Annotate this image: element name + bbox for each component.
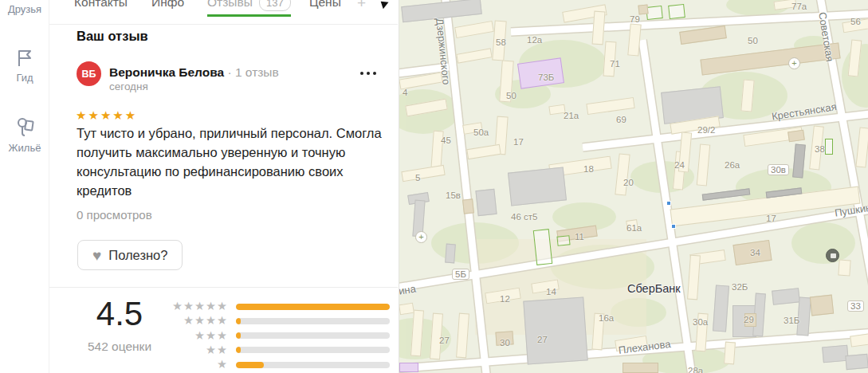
house-number: 16а [599,313,614,323]
histogram-row: ★★★★★ [161,301,392,312]
tab-prices[interactable]: Цены [309,0,341,10]
house-number: 50 [506,91,516,100]
rating-count: 542 оценки [73,340,166,354]
street-label: Дзержинского [434,18,453,85]
house-number: 5 [415,173,420,183]
street-label: Пушкина [834,201,868,219]
sidebar-item-housing-label: Жильё [9,142,41,154]
house-number: 69 [616,115,626,124]
house-number: 11 [575,232,584,241]
mouse-cursor-icon [381,0,391,9]
house-number: 34 [750,248,760,257]
sidebar-item-friends[interactable]: Друзья [0,3,49,15]
section-divider [49,287,398,288]
histogram-row: ★★ [161,345,392,355]
tab-reviews[interactable]: Отзывы [207,0,253,10]
street-label: Плеханова [618,338,671,356]
useful-button-label: Полезно? [108,248,167,263]
house-number: 46 ст5 [511,212,537,222]
tab-contacts[interactable]: Контакты [74,0,128,10]
house-number: 14 [546,287,556,296]
house-number: 28а [688,366,703,373]
house-number: 12 [500,294,510,304]
house-number: 50 [748,36,758,45]
house-number: 56 [850,17,861,26]
house-number: 30в [768,164,789,175]
rating-score: 4.5 [80,295,159,333]
house-number: 77а [791,2,807,11]
reviews-count-badge: 137 [259,0,291,11]
key-icon [0,115,49,139]
app-window: Друзья Гид Жильё Контакты Ин [0,0,868,373]
histogram-row: ★ [161,359,392,370]
place-card-panel: Контакты Инфо Отзывы 137 Цены + Ваш отзы… [49,0,398,373]
house-number: 33 [847,300,864,312]
route-point-icon [666,201,671,206]
tab-bar: Контакты Инфо Отзывы 137 Цены + [49,0,398,25]
house-number: 38 [815,144,825,154]
house-number: 29 [744,315,754,324]
house-number: 45 [441,135,451,145]
house-number: 20 [623,178,634,187]
route-point-icon [671,224,676,229]
author-review-count: 1 отзыв [235,65,279,79]
house-number: 58 [496,37,506,47]
views-count: 0 просмотров [77,208,152,222]
histogram-row: ★★★ [161,331,392,341]
street-label: ина [399,283,417,297]
house-number: 79 [630,14,640,24]
house-number: 73Б [538,73,554,82]
house-number: 29/2 [697,125,715,135]
house-number: 71 [610,59,620,69]
active-tab-underline [207,14,291,17]
author-name[interactable]: Вероничка Белова [109,65,224,79]
author-line: Вероничка Белова · 1 отзыв [109,65,279,80]
left-sidebar: Друзья Гид Жильё [0,0,49,373]
house-number: 21а [564,111,579,120]
house-number: 26а [725,160,740,170]
map-labels: СберБанк + + 5812а73Б504717921а6977а5650… [399,0,868,373]
house-number: 31Б [784,316,799,325]
more-options-button[interactable] [360,72,376,75]
review-text: Тут чисто и убрано, приличный персонал. … [77,124,383,200]
useful-button[interactable]: ♥ Полезно? [77,240,183,270]
house-number: 30а [693,317,708,327]
house-number: 30 [500,338,510,347]
plus-icon[interactable]: + [357,0,366,12]
heart-icon: ♥ [92,248,101,263]
house-number: 15в [446,190,461,200]
sidebar-item-friends-label: Друзья [8,3,41,15]
sidebar-item-guide-label: Гид [16,72,33,84]
histogram-row: ★★★★ [161,316,392,326]
house-number: 5Б [452,269,469,280]
map-canvas[interactable]: СберБанк + + 5812а73Б504717921а6977а5650… [399,0,868,373]
poi-label-sberbank[interactable]: СберБанк [627,282,681,295]
house-number: 32Б [732,282,748,292]
avatar[interactable]: ВБ [77,61,101,86]
house-number: 18 [583,164,594,174]
tab-info[interactable]: Инфо [151,0,184,10]
flag-icon [0,48,49,69]
review-date: сегодня [109,80,148,92]
house-number: 17 [513,137,524,147]
house-number: 50а [473,128,489,137]
house-number: 27 [537,335,548,344]
house-number: 12а [527,35,542,45]
house-number: 4 [403,88,407,97]
house-number: 27 [439,336,450,345]
street-label: Советская [816,11,836,62]
street-label: Крестьянская [771,100,838,123]
medical-cross-icon[interactable]: + [788,57,800,69]
your-review-title: Ваш отзыв [77,29,148,44]
house-number: 24 [674,160,685,170]
house-number: 17 [766,214,776,223]
rating-histogram: ★★★★★★★★★★★★★★★ [161,301,392,370]
sidebar-item-guide[interactable]: Гид [0,48,49,84]
sidebar-item-housing[interactable]: Жильё [0,115,49,154]
shop-icon[interactable] [826,249,839,262]
review-stars: ★★★★★ [76,108,137,123]
house-number: 61а [626,223,642,233]
medical-cross-icon[interactable]: + [415,231,427,243]
